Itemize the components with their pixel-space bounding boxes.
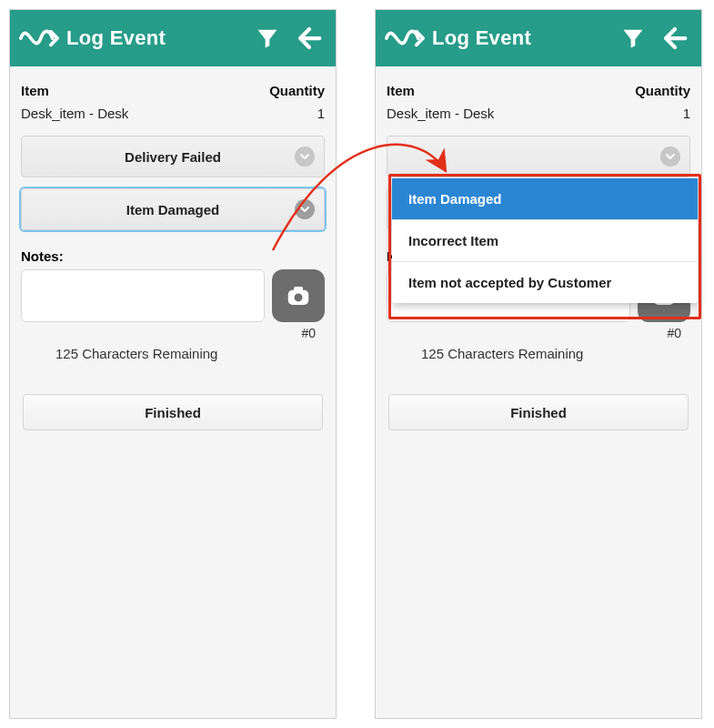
select-label: Delivery Failed xyxy=(125,149,221,165)
appbar: Log Event xyxy=(10,10,336,66)
chevron-down-icon xyxy=(295,147,315,167)
items-table-row: Desk_item - Desk 1 xyxy=(15,102,330,130)
option-label: Item Damaged xyxy=(408,191,502,207)
col-item: Item xyxy=(387,83,415,98)
items-table-row: Desk_item - Desk 1 xyxy=(381,102,696,130)
filter-button[interactable] xyxy=(612,17,654,59)
cell-item: Desk_item - Desk xyxy=(387,106,494,121)
finished-button[interactable]: Finished xyxy=(388,394,689,430)
notes-label: Notes: xyxy=(15,236,330,268)
photo-count: #0 xyxy=(15,324,330,340)
col-quantity: Quantity xyxy=(269,83,325,98)
screen-collapsed: Log Event Item Quantity Desk_item - Desk… xyxy=(9,9,337,719)
camera-button[interactable] xyxy=(272,269,325,322)
finished-label: Finished xyxy=(145,405,201,420)
items-table-header: Item Quantity xyxy=(381,76,696,102)
dropdown-option[interactable]: Item not accepted by Customer xyxy=(392,262,698,303)
delivery-failed-select[interactable] xyxy=(387,136,690,177)
finished-label: Finished xyxy=(510,405,567,420)
delivery-failed-select[interactable]: Delivery Failed xyxy=(21,136,325,177)
items-table-header: Item Quantity xyxy=(15,76,330,102)
cell-qty: 1 xyxy=(317,106,325,121)
chevron-down-icon xyxy=(295,199,315,219)
dropdown-option[interactable]: Item Damaged xyxy=(392,178,698,220)
photo-count: #0 xyxy=(381,324,696,340)
col-quantity: Quantity xyxy=(635,83,690,98)
back-button[interactable] xyxy=(288,17,330,59)
option-label: Item not accepted by Customer xyxy=(408,275,611,290)
chevron-down-icon xyxy=(660,147,680,167)
item-damaged-select[interactable]: Item Damaged xyxy=(21,188,325,230)
chars-remaining: 125 Characters Remaining xyxy=(381,340,696,361)
notes-textarea[interactable] xyxy=(21,269,265,322)
appbar-title: Log Event xyxy=(432,26,612,50)
option-label: Incorrect Item xyxy=(408,233,498,248)
reason-dropdown: Item Damaged Incorrect Item Item not acc… xyxy=(392,178,698,303)
col-item: Item xyxy=(21,83,49,98)
svg-rect-1 xyxy=(294,287,303,291)
select-label: Item Damaged xyxy=(126,202,220,217)
app-logo-icon xyxy=(19,20,61,56)
chars-remaining: 125 Characters Remaining xyxy=(15,340,330,361)
appbar-title: Log Event xyxy=(66,26,246,50)
finished-button[interactable]: Finished xyxy=(23,394,323,430)
cell-qty: 1 xyxy=(683,106,690,121)
back-button[interactable] xyxy=(654,17,696,59)
filter-button[interactable] xyxy=(246,17,288,59)
cell-item: Desk_item - Desk xyxy=(21,106,128,121)
svg-point-2 xyxy=(295,293,303,301)
app-logo-icon xyxy=(385,20,427,56)
screen-expanded: Log Event Item Quantity Desk_item - Desk… xyxy=(375,9,702,719)
appbar: Log Event xyxy=(376,10,701,66)
dropdown-option[interactable]: Incorrect Item xyxy=(392,220,698,262)
